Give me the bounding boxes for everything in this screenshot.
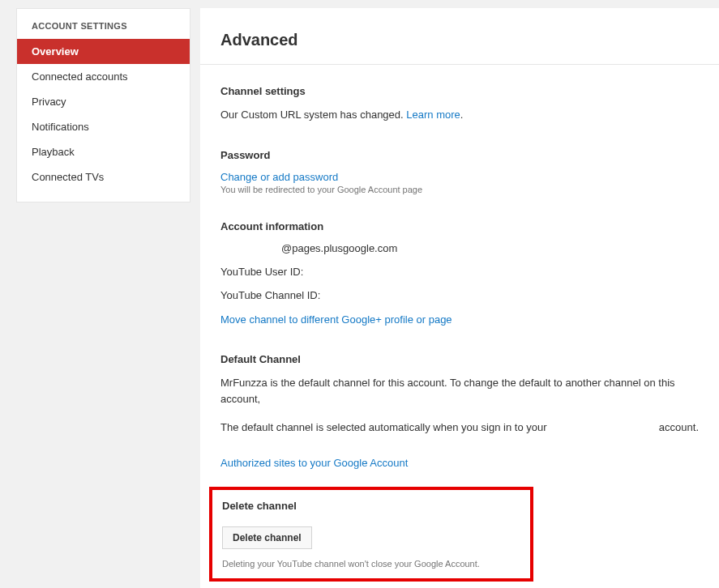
user-id-label: YouTube User ID: [220, 264, 699, 280]
channel-settings-section: Channel settings Our Custom URL system h… [220, 85, 699, 123]
default-channel-line1: MrFunzza is the default channel for this… [220, 375, 699, 407]
sidebar: ACCOUNT SETTINGS Overview Connected acco… [16, 8, 190, 202]
account-info-heading: Account information [220, 220, 699, 232]
account-info-section: Account information @pages.plusgoogle.co… [220, 220, 699, 328]
default-channel-line2-pre: The default channel is selected automati… [220, 420, 547, 436]
password-section: Password Change or add password You will… [220, 149, 699, 194]
delete-channel-button[interactable]: Delete channel [222, 526, 312, 549]
sidebar-item-notifications[interactable]: Notifications [17, 114, 190, 139]
delete-channel-note: Deleting your YouTube channel won't clos… [222, 559, 520, 569]
custom-url-text: Our Custom URL system has changed. Learn… [220, 107, 699, 123]
default-channel-section: Default Channel MrFunzza is the default … [220, 353, 699, 471]
channel-id-label: YouTube Channel ID: [220, 288, 699, 304]
default-channel-heading: Default Channel [220, 353, 699, 365]
sidebar-item-overview[interactable]: Overview [17, 39, 190, 64]
delete-channel-highlight: Delete channel Delete channel Deleting y… [209, 487, 533, 582]
password-heading: Password [220, 149, 699, 161]
change-password-link[interactable]: Change or add password [220, 171, 699, 183]
default-channel-line2: The default channel is selected automati… [220, 420, 699, 436]
main-container: ACCOUNT SETTINGS Overview Connected acco… [0, 0, 719, 588]
sidebar-item-connected-accounts[interactable]: Connected accounts [17, 64, 190, 89]
sidebar-item-playback[interactable]: Playback [17, 139, 190, 164]
account-email: @pages.plusgoogle.com [281, 242, 699, 254]
content-area: Channel settings Our Custom URL system h… [200, 65, 719, 588]
learn-more-link[interactable]: Learn more [406, 109, 460, 121]
period: . [460, 109, 464, 121]
custom-url-text-span: Our Custom URL system has changed. [220, 109, 406, 121]
main-panel: Advanced Channel settings Our Custom URL… [200, 8, 719, 588]
delete-channel-heading: Delete channel [222, 500, 520, 512]
default-channel-line2-post: account. [659, 420, 699, 436]
channel-settings-heading: Channel settings [220, 85, 699, 97]
sidebar-item-privacy[interactable]: Privacy [17, 89, 190, 114]
page-title: Advanced [200, 8, 719, 65]
sidebar-header: ACCOUNT SETTINGS [17, 9, 190, 39]
sidebar-item-connected-tvs[interactable]: Connected TVs [17, 164, 190, 190]
password-note: You will be redirected to your Google Ac… [220, 185, 699, 194]
authorized-sites-link[interactable]: Authorized sites to your Google Account [220, 455, 699, 471]
move-channel-link[interactable]: Move channel to different Google+ profil… [220, 312, 699, 328]
